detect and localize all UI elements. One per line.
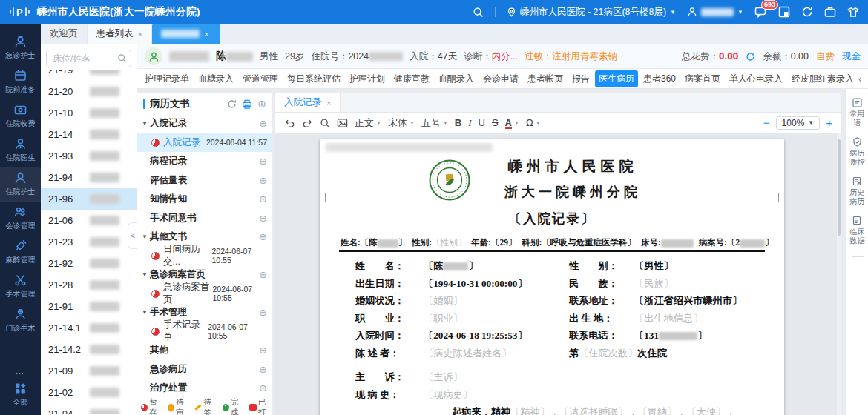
add-icon[interactable]: ⊕ bbox=[259, 175, 267, 186]
patient-row[interactable]: 21-04 bbox=[41, 403, 137, 414]
refresh-cost-icon[interactable] bbox=[746, 52, 755, 62]
add-icon[interactable]: ⊕ bbox=[259, 269, 267, 280]
rail-item-inpatient-doctor[interactable]: 住院医生 bbox=[0, 133, 41, 167]
feature-tab[interactable]: 病案首页 bbox=[681, 70, 724, 87]
tab-patient-list[interactable]: 患者列表 × bbox=[87, 24, 152, 44]
paragraph-style-select[interactable]: 正文▼ bbox=[355, 116, 381, 130]
collapse-panel-handle[interactable]: < bbox=[128, 222, 137, 249]
rail-item-history-records[interactable]: 历史病历 bbox=[849, 176, 866, 206]
doc-field-row[interactable]: 职 业： 职业 出 生 地： 出生地信息 bbox=[355, 312, 749, 330]
tabs-scroll-left-icon[interactable]: ‹ bbox=[858, 73, 861, 84]
toolbox-button[interactable] bbox=[824, 6, 836, 18]
insert-symbol-button[interactable]: Ω▼ bbox=[526, 117, 541, 128]
italic-button[interactable]: I bbox=[468, 117, 471, 129]
patient-row[interactable]: 21-20 bbox=[41, 81, 137, 102]
ward-selector[interactable]: 嵊州市人民医院 - 21病区(8号楼8层) ▼ bbox=[507, 6, 676, 19]
editor-tab-admission-record[interactable]: 入院记录 × bbox=[275, 93, 341, 112]
font-family-select[interactable]: 宋体▼ bbox=[388, 116, 415, 130]
redo-button[interactable] bbox=[302, 118, 313, 128]
rail-item-inpatient-nurse[interactable]: 住院护士 bbox=[0, 167, 41, 202]
editor-scrollbar[interactable] bbox=[837, 133, 841, 415]
rail-item-consultation[interactable]: 会诊管理 bbox=[0, 202, 41, 236]
patient-row[interactable]: 21-10 bbox=[41, 102, 137, 124]
doc-field-row[interactable]: 入院时间： 2024-06-18 19:25:53 联系电话： 131 bbox=[355, 329, 749, 347]
tree-row[interactable]: ▼ 急诊病历 ⊕ bbox=[137, 360, 272, 379]
add-icon[interactable]: ⊕ bbox=[259, 307, 267, 318]
tree-row[interactable]: ▼ 评估量表 ⊕ bbox=[137, 171, 272, 190]
close-icon[interactable]: × bbox=[326, 99, 331, 107]
underline-button[interactable]: U bbox=[479, 117, 485, 128]
feature-tab[interactable]: 护理记录单 bbox=[141, 70, 193, 87]
add-icon[interactable]: ⊕ bbox=[259, 382, 267, 394]
course-placeholder[interactable]: 大便 bbox=[677, 406, 726, 415]
feature-tab[interactable]: 护理计划 bbox=[346, 70, 389, 87]
doc-field-row[interactable]: 姓 名： 陈 性 别： 男性 bbox=[355, 259, 749, 277]
rail-item-all-modules[interactable]: 全部 bbox=[0, 378, 41, 412]
tree-row[interactable]: ▼ 急诊病案首页 2024-06-07 10:55 ⊕ bbox=[137, 285, 272, 304]
doc-field-row[interactable]: 现 病 史： 现病史 bbox=[355, 388, 749, 406]
patient-row[interactable]: 21-93 bbox=[41, 145, 137, 167]
zoom-level-select[interactable]: 100% ▼ bbox=[776, 116, 821, 130]
rail-item-prehospital[interactable]: 院前准备 bbox=[0, 65, 41, 99]
rail-item-clinical-data[interactable]: 临床数据 bbox=[849, 216, 866, 245]
tree-row[interactable]: ▼ 手术记录单 2024-06-07 10:55 ⊕ bbox=[137, 322, 272, 342]
patient-row[interactable]: 21-14 bbox=[41, 124, 137, 145]
feature-tab[interactable]: 血糖录入 bbox=[194, 70, 237, 87]
patient-row[interactable]: 21-94 bbox=[41, 167, 137, 188]
rail-item-surgery-mgmt[interactable]: 手术管理 bbox=[0, 270, 41, 304]
feature-tab[interactable]: 血酮录入 bbox=[435, 70, 478, 87]
add-icon[interactable]: ⊕ bbox=[259, 118, 267, 129]
add-icon[interactable]: ⊕ bbox=[259, 231, 267, 242]
tree-row[interactable]: ▼ 知情告知 ⊕ bbox=[137, 190, 272, 209]
allergy[interactable]: 过敏：注射用青霉素钠 bbox=[525, 50, 617, 63]
doc-field-row[interactable]: 陈 述 者： 病史陈述者姓名 第住院次数次住院 bbox=[355, 347, 749, 365]
screen-share-button[interactable] bbox=[778, 6, 790, 18]
zoom-out-button[interactable]: − bbox=[763, 116, 770, 129]
course-placeholder[interactable]: 精神 bbox=[510, 406, 550, 415]
zoom-in-button[interactable]: + bbox=[826, 116, 832, 129]
feature-tab[interactable]: 健康宣教 bbox=[390, 70, 433, 87]
tree-row[interactable]: ▼ 手术同意书 ⊕ bbox=[137, 209, 272, 228]
rail-item-anesthesia[interactable]: 麻醉管理 bbox=[0, 236, 41, 270]
feature-tab[interactable]: 医生病历 bbox=[595, 70, 638, 87]
search-icon[interactable] bbox=[473, 7, 484, 18]
add-document-icon[interactable]: ⊕ bbox=[257, 98, 266, 110]
rail-item-er-nurse[interactable]: 急诊护士 bbox=[0, 31, 41, 65]
feature-tab[interactable]: 会诊申请 bbox=[479, 70, 522, 87]
feature-tab[interactable]: 每日系统评估 bbox=[283, 70, 344, 87]
patient-row[interactable]: 21-91 bbox=[41, 296, 137, 317]
patient-row[interactable]: 21-28 bbox=[41, 274, 137, 296]
refresh-button[interactable] bbox=[801, 6, 813, 18]
doc-field-row[interactable]: 婚姻状况： 婚姻 联系地址： 浙江省绍兴市嵊州市 bbox=[355, 294, 749, 312]
tab-current-patient[interactable]: × bbox=[152, 24, 220, 44]
feature-tab[interactable]: 患者帐页 bbox=[524, 70, 567, 87]
insert-image-button[interactable] bbox=[337, 118, 348, 128]
bold-button[interactable]: B bbox=[455, 117, 461, 128]
strikethrough-button[interactable]: S bbox=[492, 117, 499, 128]
feature-tab[interactable]: 单人心电录入 bbox=[726, 70, 786, 87]
undo-button[interactable] bbox=[284, 118, 295, 128]
feature-tab[interactable]: 报告 bbox=[568, 70, 594, 87]
find-button[interactable] bbox=[320, 118, 330, 128]
add-icon[interactable]: ⊕ bbox=[259, 213, 267, 224]
feature-tab[interactable]: 患者360 bbox=[640, 70, 680, 87]
user-menu[interactable]: ▼ bbox=[687, 7, 743, 17]
patient-row[interactable]: 21-92 bbox=[41, 253, 137, 274]
rail-item-common-phrases[interactable]: 常用语 bbox=[849, 98, 866, 127]
patient-row[interactable]: 21-09 bbox=[41, 360, 137, 382]
font-color-button[interactable]: A▼ bbox=[505, 117, 519, 128]
print-icon[interactable] bbox=[242, 99, 252, 109]
doc-course-line[interactable]: 起病来，精神精神请选择睡眠胃纳大便小便体重变化情况 bbox=[355, 405, 749, 415]
add-icon[interactable]: ⊕ bbox=[259, 364, 267, 375]
doc-field-row[interactable]: 出生日期： 1994-10-31 00:00:00 民 族： 民族 bbox=[355, 277, 749, 295]
patient-row[interactable]: 21-06 bbox=[41, 210, 137, 231]
add-icon[interactable]: ⊕ bbox=[259, 345, 267, 356]
document-page[interactable]: 嵊州市人民医院 浙大一院嵊州分院 〔入院记录〕 姓名:陈 性别:性别 年龄:29… bbox=[320, 139, 784, 415]
close-icon[interactable]: × bbox=[138, 30, 142, 39]
rail-item-inpatient-billing[interactable]: 住院收费 bbox=[0, 99, 41, 133]
course-placeholder[interactable]: 胃纳 bbox=[628, 406, 677, 415]
diagnosis[interactable]: 诊断：内分... bbox=[464, 50, 518, 63]
tree-row[interactable]: ▼ 治疗处置 ⊕ bbox=[137, 379, 272, 398]
rail-item-outpatient-surgery[interactable]: 门诊手术 bbox=[0, 304, 41, 338]
course-placeholder[interactable]: 请选择睡眠 bbox=[550, 406, 628, 415]
